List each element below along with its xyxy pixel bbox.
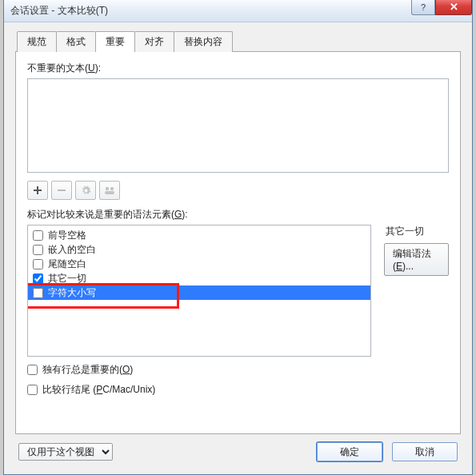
tab-page-importance: 不重要的文本(U): [15, 51, 461, 434]
scope-select[interactable]: 仅用于这个视图 [18, 443, 113, 461]
grammar-row: 前导空格 嵌入的空白 尾随空白 其它一切 [27, 225, 449, 357]
client-area: 规范 格式 重要 对齐 替换内容 不重要的文本(U): [4, 22, 472, 474]
titlebar: 会话设置 - 文本比较(T) ? ✕ [4, 0, 472, 22]
list-item[interactable]: 前导空格 [28, 228, 370, 242]
list-item[interactable]: 字符大小写 [28, 285, 370, 300]
list-item-label: 其它一切 [48, 272, 86, 285]
list-item-checkbox[interactable] [33, 230, 43, 241]
cancel-button[interactable]: 取消 [392, 442, 458, 461]
grammar-list-label: 标记对比较来说是重要的语法元素(G): [27, 208, 449, 222]
dialog-footer: 仅用于这个视图 确定 取消 [15, 434, 461, 465]
others-label: 其它一切 [386, 225, 449, 238]
tab-replace[interactable]: 替换内容 [174, 31, 233, 52]
list-item-label: 字符大小写 [48, 286, 96, 300]
dialog-window: 会话设置 - 文本比较(T) ? ✕ 规范 格式 重要 对齐 替换内容 不重要的… [3, 0, 473, 475]
list-item[interactable]: 尾随空白 [28, 257, 370, 271]
right-column: 其它一切 编辑语法(E)... [384, 225, 449, 357]
svg-rect-3 [105, 191, 114, 194]
list-item[interactable]: 嵌入的空白 [28, 242, 370, 257]
tab-format[interactable]: 格式 [56, 31, 96, 52]
list-item[interactable]: 其它一切 [28, 271, 370, 285]
tab-importance[interactable]: 重要 [95, 31, 135, 52]
svg-point-1 [106, 187, 109, 190]
svg-rect-0 [58, 190, 66, 191]
close-button[interactable]: ✕ [435, 0, 472, 15]
list-item-checkbox[interactable] [33, 273, 43, 284]
list-item-label: 前导空格 [48, 229, 86, 242]
list-item-checkbox[interactable] [33, 245, 43, 255]
tabstrip: 规范 格式 重要 对齐 替换内容 [15, 31, 461, 52]
remove-button[interactable] [51, 181, 72, 200]
svg-point-2 [110, 187, 114, 190]
grammar-listbox[interactable]: 前导空格 嵌入的空白 尾随空白 其它一切 [27, 225, 371, 357]
list-toolbar [27, 181, 449, 200]
orphan-important-label: 独有行总是重要的(O) [42, 363, 133, 377]
close-icon: ✕ [450, 1, 458, 13]
compare-line-endings-label: 比较行结尾 (PC/Mac/Unix) [42, 383, 155, 397]
list-item-checkbox[interactable] [33, 259, 43, 269]
edit-grammar-button[interactable]: 编辑语法(E)... [384, 243, 449, 276]
gear-icon [81, 186, 91, 196]
group-icon [104, 186, 115, 195]
orphan-important-checkbox[interactable] [27, 365, 38, 375]
add-button[interactable] [27, 181, 48, 200]
list-item-label: 嵌入的空白 [48, 243, 96, 257]
unimportant-text-label: 不重要的文本(U): [27, 62, 449, 75]
compare-line-endings-checkbox[interactable] [27, 385, 38, 395]
settings-button[interactable] [75, 181, 96, 200]
tab-spec[interactable]: 规范 [17, 31, 57, 52]
orphan-important-row: 独有行总是重要的(O) [27, 363, 449, 377]
list-item-checkbox[interactable] [33, 288, 43, 298]
tab-align[interactable]: 对齐 [134, 31, 174, 52]
ok-button[interactable]: 确定 [317, 442, 382, 461]
minus-icon [57, 186, 66, 195]
window-controls: ? ✕ [411, 0, 472, 15]
window-title: 会话设置 - 文本比较(T) [10, 4, 108, 18]
list-item-label: 尾随空白 [48, 257, 86, 271]
compare-line-endings-row: 比较行结尾 (PC/Mac/Unix) [27, 383, 449, 397]
help-button[interactable]: ? [411, 0, 435, 15]
group-button[interactable] [99, 181, 120, 200]
unimportant-text-input[interactable] [27, 78, 449, 173]
plus-icon [33, 186, 42, 195]
